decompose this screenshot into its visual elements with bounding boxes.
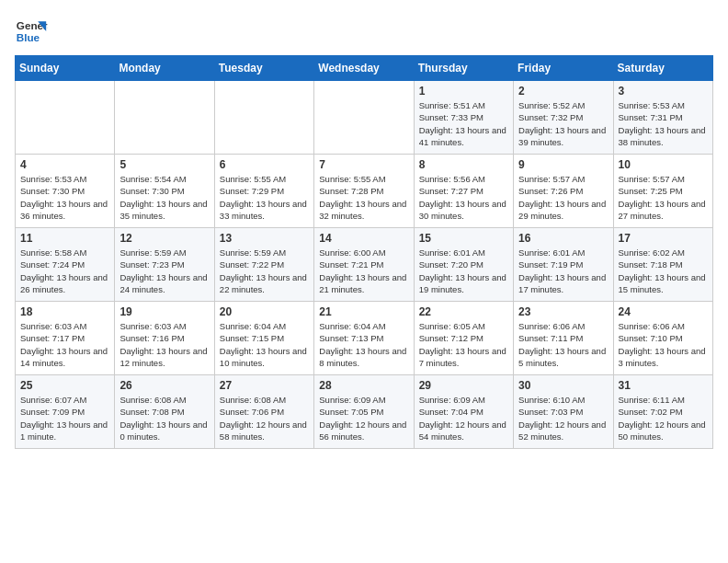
calendar-header: SundayMondayTuesdayWednesdayThursdayFrid… — [16, 56, 713, 81]
day-info: Sunrise: 6:08 AMSunset: 7:08 PMDaylight:… — [119, 394, 209, 442]
calendar-cell: 12Sunrise: 5:59 AMSunset: 7:23 PMDayligh… — [115, 228, 214, 302]
day-number: 2 — [518, 85, 608, 98]
day-number: 24 — [619, 305, 708, 318]
day-number: 4 — [20, 158, 109, 171]
day-number: 27 — [220, 379, 309, 392]
calendar-cell: 10Sunrise: 5:57 AMSunset: 7:25 PMDayligh… — [613, 155, 712, 228]
calendar-cell: 22Sunrise: 6:05 AMSunset: 7:12 PMDayligh… — [414, 302, 513, 375]
day-number: 21 — [319, 305, 408, 318]
calendar-cell: 5Sunrise: 5:54 AMSunset: 7:30 PMDaylight… — [115, 155, 214, 228]
header-thursday: Thursday — [414, 56, 513, 81]
page-header: General Blue — [15, 15, 713, 48]
calendar-cell: 23Sunrise: 6:06 AMSunset: 7:11 PMDayligh… — [514, 302, 613, 375]
header-saturday: Saturday — [613, 56, 712, 81]
calendar-cell: 21Sunrise: 6:04 AMSunset: 7:13 PMDayligh… — [314, 302, 414, 375]
calendar-cell — [115, 81, 214, 155]
calendar-cell: 17Sunrise: 6:02 AMSunset: 7:18 PMDayligh… — [613, 228, 712, 302]
calendar-cell: 20Sunrise: 6:04 AMSunset: 7:15 PMDayligh… — [214, 302, 313, 375]
day-info: Sunrise: 5:55 AMSunset: 7:28 PMDaylight:… — [319, 173, 408, 222]
day-info: Sunrise: 5:51 AMSunset: 7:33 PMDaylight:… — [419, 99, 508, 148]
day-number: 26 — [119, 379, 209, 392]
day-info: Sunrise: 6:03 AMSunset: 7:17 PMDaylight:… — [20, 320, 109, 369]
day-number: 13 — [220, 232, 309, 245]
calendar-week-2: 4Sunrise: 5:53 AMSunset: 7:30 PMDaylight… — [16, 155, 713, 228]
header-friday: Friday — [514, 56, 613, 81]
day-info: Sunrise: 5:52 AMSunset: 7:32 PMDaylight:… — [518, 99, 608, 148]
header-tuesday: Tuesday — [214, 56, 313, 81]
day-number: 18 — [20, 305, 109, 318]
day-info: Sunrise: 6:10 AMSunset: 7:03 PMDaylight:… — [518, 394, 608, 442]
day-number: 22 — [419, 305, 508, 318]
day-number: 5 — [119, 158, 209, 171]
calendar-body: 1Sunrise: 5:51 AMSunset: 7:33 PMDaylight… — [16, 81, 713, 449]
day-info: Sunrise: 5:59 AMSunset: 7:23 PMDaylight:… — [119, 247, 209, 295]
calendar-week-1: 1Sunrise: 5:51 AMSunset: 7:33 PMDaylight… — [16, 81, 713, 155]
calendar-cell: 29Sunrise: 6:09 AMSunset: 7:04 PMDayligh… — [414, 375, 513, 449]
day-number: 31 — [619, 379, 708, 392]
day-number: 20 — [220, 305, 309, 318]
calendar-cell: 18Sunrise: 6:03 AMSunset: 7:17 PMDayligh… — [16, 302, 115, 375]
header-monday: Monday — [115, 56, 214, 81]
day-info: Sunrise: 5:53 AMSunset: 7:30 PMDaylight:… — [20, 173, 109, 222]
calendar-cell: 8Sunrise: 5:56 AMSunset: 7:27 PMDaylight… — [414, 155, 513, 228]
calendar-cell: 13Sunrise: 5:59 AMSunset: 7:22 PMDayligh… — [214, 228, 313, 302]
logo: General Blue — [15, 15, 48, 48]
day-number: 16 — [518, 232, 608, 245]
day-number: 10 — [619, 158, 708, 171]
day-info: Sunrise: 6:08 AMSunset: 7:06 PMDaylight:… — [220, 394, 309, 442]
day-info: Sunrise: 6:09 AMSunset: 7:04 PMDaylight:… — [419, 394, 508, 442]
day-number: 30 — [518, 379, 608, 392]
day-number: 17 — [619, 232, 708, 245]
logo-icon: General Blue — [15, 15, 48, 48]
calendar-cell: 4Sunrise: 5:53 AMSunset: 7:30 PMDaylight… — [16, 155, 115, 228]
day-info: Sunrise: 6:00 AMSunset: 7:21 PMDaylight:… — [319, 247, 408, 295]
calendar-cell — [314, 81, 414, 155]
calendar-cell: 24Sunrise: 6:06 AMSunset: 7:10 PMDayligh… — [613, 302, 712, 375]
day-info: Sunrise: 5:59 AMSunset: 7:22 PMDaylight:… — [220, 247, 309, 295]
day-info: Sunrise: 6:11 AMSunset: 7:02 PMDaylight:… — [619, 394, 708, 442]
day-info: Sunrise: 6:04 AMSunset: 7:15 PMDaylight:… — [220, 320, 309, 369]
day-info: Sunrise: 5:57 AMSunset: 7:26 PMDaylight:… — [518, 173, 608, 222]
header-wednesday: Wednesday — [314, 56, 414, 81]
day-number: 12 — [119, 232, 209, 245]
calendar-cell: 9Sunrise: 5:57 AMSunset: 7:26 PMDaylight… — [514, 155, 613, 228]
day-info: Sunrise: 6:06 AMSunset: 7:10 PMDaylight:… — [619, 320, 708, 369]
calendar-cell: 2Sunrise: 5:52 AMSunset: 7:32 PMDaylight… — [514, 81, 613, 155]
day-info: Sunrise: 5:54 AMSunset: 7:30 PMDaylight:… — [119, 173, 209, 222]
header-sunday: Sunday — [16, 56, 115, 81]
day-info: Sunrise: 6:04 AMSunset: 7:13 PMDaylight:… — [319, 320, 408, 369]
calendar-cell: 6Sunrise: 5:55 AMSunset: 7:29 PMDaylight… — [214, 155, 313, 228]
calendar-table: SundayMondayTuesdayWednesdayThursdayFrid… — [15, 55, 713, 449]
day-number: 3 — [619, 85, 708, 98]
calendar-cell: 28Sunrise: 6:09 AMSunset: 7:05 PMDayligh… — [314, 375, 414, 449]
calendar-cell: 1Sunrise: 5:51 AMSunset: 7:33 PMDaylight… — [414, 81, 513, 155]
day-number: 1 — [419, 85, 508, 98]
day-info: Sunrise: 6:02 AMSunset: 7:18 PMDaylight:… — [619, 247, 708, 295]
day-info: Sunrise: 6:06 AMSunset: 7:11 PMDaylight:… — [518, 320, 608, 369]
day-number: 29 — [419, 379, 508, 392]
calendar-week-3: 11Sunrise: 5:58 AMSunset: 7:24 PMDayligh… — [16, 228, 713, 302]
calendar-cell: 26Sunrise: 6:08 AMSunset: 7:08 PMDayligh… — [115, 375, 214, 449]
day-number: 19 — [119, 305, 209, 318]
calendar-week-5: 25Sunrise: 6:07 AMSunset: 7:09 PMDayligh… — [16, 375, 713, 449]
day-info: Sunrise: 6:01 AMSunset: 7:19 PMDaylight:… — [518, 247, 608, 295]
day-number: 7 — [319, 158, 408, 171]
day-number: 25 — [20, 379, 109, 392]
calendar-cell: 11Sunrise: 5:58 AMSunset: 7:24 PMDayligh… — [16, 228, 115, 302]
calendar-cell: 31Sunrise: 6:11 AMSunset: 7:02 PMDayligh… — [613, 375, 712, 449]
day-number: 6 — [220, 158, 309, 171]
day-info: Sunrise: 5:58 AMSunset: 7:24 PMDaylight:… — [20, 247, 109, 295]
day-info: Sunrise: 5:55 AMSunset: 7:29 PMDaylight:… — [220, 173, 309, 222]
calendar-cell — [16, 81, 115, 155]
day-number: 11 — [20, 232, 109, 245]
calendar-cell: 19Sunrise: 6:03 AMSunset: 7:16 PMDayligh… — [115, 302, 214, 375]
day-info: Sunrise: 6:01 AMSunset: 7:20 PMDaylight:… — [419, 247, 508, 295]
day-info: Sunrise: 6:09 AMSunset: 7:05 PMDaylight:… — [319, 394, 408, 442]
day-info: Sunrise: 6:05 AMSunset: 7:12 PMDaylight:… — [419, 320, 508, 369]
day-number: 8 — [419, 158, 508, 171]
day-number: 14 — [319, 232, 408, 245]
calendar-cell: 14Sunrise: 6:00 AMSunset: 7:21 PMDayligh… — [314, 228, 414, 302]
calendar-cell: 7Sunrise: 5:55 AMSunset: 7:28 PMDaylight… — [314, 155, 414, 228]
day-info: Sunrise: 5:53 AMSunset: 7:31 PMDaylight:… — [619, 99, 708, 148]
day-number: 9 — [518, 158, 608, 171]
